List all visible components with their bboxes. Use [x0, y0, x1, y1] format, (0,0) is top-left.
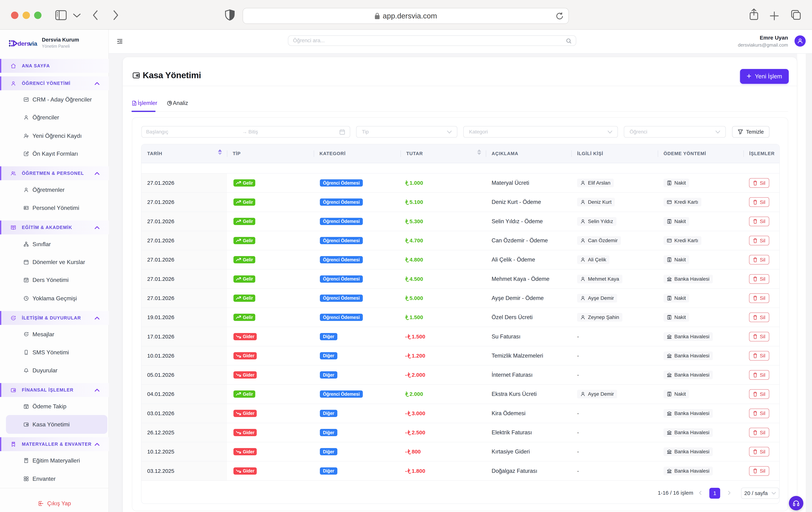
svg-text:via: via	[29, 40, 37, 47]
svg-text:ders: ders	[18, 40, 30, 47]
